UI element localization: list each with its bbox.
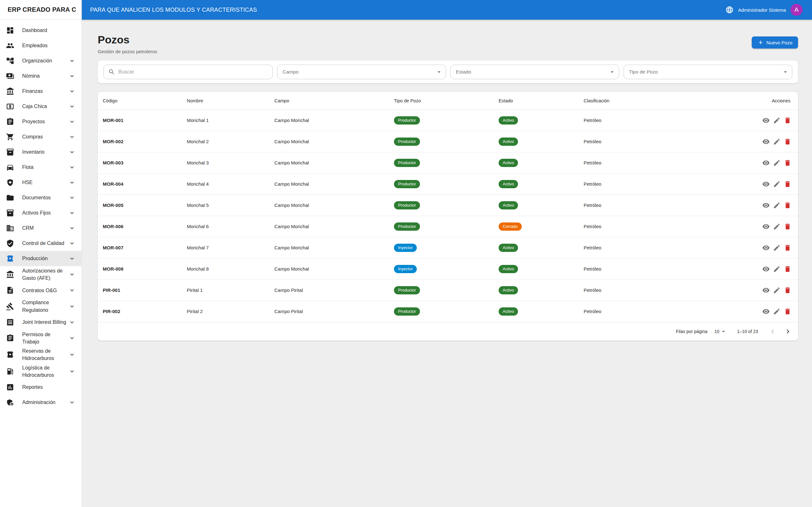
view-button[interactable]: [761, 242, 771, 253]
cell-classification: Petróleo: [578, 110, 744, 131]
building-icon: [6, 224, 14, 233]
delete-button[interactable]: [782, 136, 793, 147]
filter-select-tipo-de-pozo[interactable]: Tipo de Pozo: [623, 65, 792, 79]
edit-button[interactable]: [771, 285, 782, 296]
chevron-down-icon: [68, 255, 76, 262]
cash-box-icon: [6, 102, 14, 111]
sidebar-item-control-de-calidad[interactable]: Control de Calidad: [0, 236, 82, 251]
sidebar-item-proyectos[interactable]: Proyectos: [0, 114, 82, 129]
sidebar: ERP CREADO PARA CO... DashboardEmpleados…: [0, 0, 82, 507]
filter-select-campo[interactable]: Campo: [277, 65, 446, 79]
sidebar-item-label: Flota: [22, 164, 68, 171]
arrow-dropdown-icon: [720, 328, 727, 335]
sidebar-item-compliance-regulatorio[interactable]: Compliance Regulatorio: [0, 298, 82, 314]
view-button[interactable]: [761, 221, 771, 232]
delete-button[interactable]: [782, 306, 793, 317]
filter-select-label: Tipo de Pozo: [629, 69, 658, 75]
column-header-estado: Estado: [494, 92, 578, 110]
trash-icon: [784, 223, 792, 230]
prev-page-button[interactable]: [766, 325, 779, 338]
globe-icon[interactable]: [725, 6, 734, 14]
chevron-down-icon: [68, 399, 76, 406]
sidebar-item-joint-interest-billing[interactable]: Joint Interest Billing: [0, 315, 82, 330]
pagination-range: 1–10 of 23: [737, 329, 758, 334]
table-row: MOR-008Morichal 8Campo MorichalInyectorA…: [98, 258, 798, 279]
cell-code: MOR-001: [98, 110, 182, 131]
cell-actions: [744, 237, 798, 258]
sidebar-item-compras[interactable]: Compras: [0, 129, 82, 145]
trash-icon: [784, 117, 792, 124]
inventory-icon: [6, 148, 14, 157]
page-subtitle: Gestión de pozos petroleros: [98, 49, 157, 54]
sidebar-item-administracion[interactable]: Administración: [0, 395, 82, 410]
sidebar-item-crm[interactable]: CRM: [0, 221, 82, 236]
edit-button[interactable]: [771, 115, 782, 126]
edit-button[interactable]: [771, 221, 782, 232]
sidebar-item-hse[interactable]: HSE: [0, 175, 82, 190]
cell-classification: Petróleo: [578, 301, 744, 322]
avatar[interactable]: A: [791, 4, 803, 16]
edit-button[interactable]: [771, 200, 782, 211]
delete-button[interactable]: [782, 285, 793, 296]
delete-button[interactable]: [782, 158, 793, 168]
sidebar-item-permisos-de-trabajo[interactable]: Permisos de Trabajo: [0, 330, 82, 346]
delete-button[interactable]: [782, 242, 793, 253]
sidebar-item-label: Compras: [22, 133, 68, 140]
delete-button[interactable]: [782, 115, 793, 126]
delete-button[interactable]: [782, 221, 793, 232]
cell-code: MOR-004: [98, 173, 182, 194]
sidebar-item-label: Logística de Hidrocarburos: [22, 364, 68, 379]
sidebar-item-produccion[interactable]: Producción: [0, 251, 82, 266]
sidebar-item-empleados[interactable]: Empleados: [0, 38, 82, 53]
sidebar-item-reportes[interactable]: Reportes: [0, 380, 82, 395]
sidebar-item-activos-fijos[interactable]: Activos Fijos: [0, 205, 82, 221]
app-root: ERP CREADO PARA CO... DashboardEmpleados…: [0, 0, 812, 507]
filter-select-estado[interactable]: Estado: [450, 65, 619, 79]
view-button[interactable]: [761, 115, 771, 126]
sidebar-item-autorizaciones-de-gasto-afe[interactable]: Autorizaciones de Gasto (AFE): [0, 266, 82, 283]
rows-per-page-select[interactable]: 10: [714, 328, 727, 335]
trash-icon: [784, 138, 792, 146]
delete-button[interactable]: [782, 179, 793, 189]
view-button[interactable]: [761, 179, 771, 189]
sidebar-item-label: Dashboard: [22, 26, 70, 34]
cell-name: Morichal 3: [182, 152, 269, 173]
sidebar-item-reservas-de-hidrocarburos[interactable]: Reservas de Hidrocarburos: [0, 346, 82, 363]
receipt-icon: [6, 318, 14, 327]
edit-button[interactable]: [771, 158, 782, 168]
sidebar-item-dashboard[interactable]: Dashboard: [0, 23, 82, 38]
edit-button[interactable]: [771, 136, 782, 147]
sidebar-item-organizacion[interactable]: Organización: [0, 53, 82, 68]
sidebar-item-documentos[interactable]: Documentos: [0, 190, 82, 205]
sidebar-item-caja-chica[interactable]: Caja Chica: [0, 99, 82, 114]
view-button[interactable]: [761, 136, 771, 147]
edit-button[interactable]: [771, 264, 782, 274]
delete-button[interactable]: [782, 200, 793, 211]
eye-icon: [762, 244, 770, 251]
sidebar-item-nomina[interactable]: Nómina: [0, 68, 82, 83]
sidebar-item-logistica-de-hidrocarburos[interactable]: Logística de Hidrocarburos: [0, 363, 82, 380]
view-button[interactable]: [761, 200, 771, 211]
search-input[interactable]: [118, 69, 268, 75]
eye-icon: [762, 202, 770, 209]
edit-button[interactable]: [771, 179, 782, 189]
sidebar-item-inventario[interactable]: Inventario: [0, 145, 82, 160]
sidebar-item-finanzas[interactable]: Finanzas: [0, 83, 82, 99]
cell-classification: Petróleo: [578, 194, 744, 216]
sidebar-item-flota[interactable]: Flota: [0, 160, 82, 175]
cell-status: Activo: [494, 131, 578, 152]
edit-button[interactable]: [771, 306, 782, 317]
delete-button[interactable]: [782, 264, 793, 274]
view-button[interactable]: [761, 306, 771, 317]
view-button[interactable]: [761, 285, 771, 296]
next-page-button[interactable]: [781, 325, 794, 338]
edit-button[interactable]: [771, 242, 782, 253]
sidebar-item-contratos-o-g[interactable]: Contratos O&G: [0, 283, 82, 298]
clipboard-icon: [6, 117, 14, 126]
view-button[interactable]: [761, 264, 771, 274]
status-badge: Activo: [499, 307, 518, 316]
cell-status: Activo: [494, 258, 578, 279]
view-button[interactable]: [761, 158, 771, 168]
new-pozo-button[interactable]: Nuevo Pozo: [752, 37, 798, 49]
search-icon: [108, 68, 115, 75]
